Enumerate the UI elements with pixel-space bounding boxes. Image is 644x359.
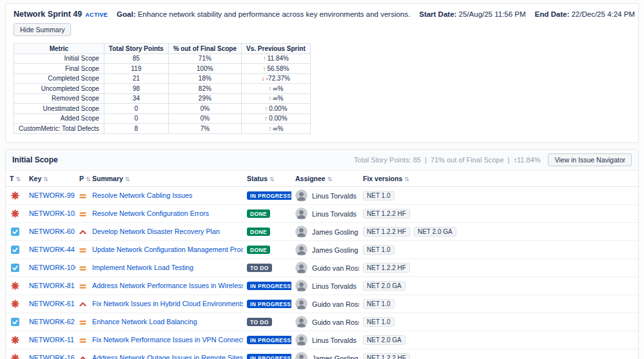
type-cell — [6, 204, 25, 222]
fix-version-tag: NET 1.0 — [363, 317, 395, 327]
status-badge: DONE — [247, 246, 270, 254]
issue-summary-link[interactable]: Enhance Network Load Balancing — [92, 318, 197, 325]
issue-row: NETWORK-61 Fix Network Issues in Hybrid … — [6, 295, 638, 313]
issue-key-link[interactable]: NETWORK-99 — [29, 191, 75, 199]
sort-icon: ⇅ — [125, 176, 130, 182]
issue-summary-link[interactable]: Address Network Performance Issues in Wi… — [92, 282, 243, 289]
goal-text: Enhance network stability and performanc… — [138, 10, 411, 18]
column-header[interactable]: T⇅ — [6, 171, 25, 187]
metric-row: Final Scope 119 100% ↑56.58% — [14, 64, 311, 74]
assignee-name: Linus Torvalds — [312, 191, 356, 199]
issue-row: NETWORK-81 Address Network Performance I… — [6, 277, 638, 295]
issue-summary-link[interactable]: Update Network Configuration Management … — [92, 246, 243, 253]
column-header[interactable]: Fix versions⇅ — [359, 171, 638, 187]
status-badge: TO DO — [247, 318, 272, 326]
key-cell: NETWORK-103 — [25, 204, 75, 222]
metric-name-cell: CustomMetric: Total Defects — [14, 124, 104, 134]
status-cell: IN PROGRESS — [243, 331, 291, 349]
summary-cell: Fix Network Issues in Hybrid Cloud Envir… — [88, 295, 243, 313]
metric-row: Completed Scope 21 18% ↓-72.37% — [14, 73, 311, 84]
assignee-name: James Gosling — [312, 354, 358, 359]
metric-points-cell: 34 — [104, 93, 168, 104]
assignee-avatar — [295, 189, 307, 202]
assignee-name: Guido van Rossum — [312, 264, 359, 271]
assignee-name: Linus Torvalds — [312, 282, 356, 289]
type-cell — [6, 240, 25, 258]
sort-icon: ⇅ — [15, 176, 21, 182]
fix-versions-cell: NET 1.0 — [359, 186, 638, 204]
status-badge: IN PROGRESS — [247, 336, 291, 344]
issue-summary-link[interactable]: Resolve Network Cabling Issues — [92, 191, 192, 199]
issue-key-link[interactable]: NETWORK-62 — [29, 318, 75, 325]
metric-name-cell: Completed Scope — [14, 73, 104, 84]
issue-table-header-row: T⇅Key⇅P⇅Summary⇅Status⇅Assignee⇅Fix vers… — [6, 171, 638, 187]
priority-cell — [75, 258, 88, 277]
sort-icon: ⇅ — [86, 176, 91, 182]
issue-summary-link[interactable]: Address Network Outage Issues in Remote … — [92, 354, 243, 359]
assignee-cell: Guido van Rossum — [291, 258, 359, 277]
assignee-name: Linus Torvalds — [312, 336, 356, 344]
column-header[interactable]: Key⇅ — [25, 171, 75, 187]
hide-summary-button[interactable]: Hide Summary — [14, 23, 71, 36]
column-header[interactable]: Summary⇅ — [88, 171, 243, 187]
metric-percent-cell: 0% — [168, 113, 241, 124]
summary-cell: Update Network Configuration Management … — [88, 240, 243, 258]
issue-key-link[interactable]: NETWORK-103 — [29, 209, 75, 217]
assignee-cell: Linus Torvalds — [291, 277, 359, 295]
issue-key-link[interactable]: NETWORK-11 — [29, 336, 74, 344]
issue-summary-link[interactable]: Fix Network Issues in Hybrid Cloud Envir… — [92, 300, 243, 307]
metric-percent-cell: 29% — [168, 93, 241, 104]
status-badge: IN PROGRESS — [247, 300, 291, 308]
summary-cell: Implement Network Load Testing — [88, 258, 243, 277]
status-badge: IN PROGRESS — [247, 282, 291, 290]
issue-row: NETWORK-16 Address Network Outage Issues… — [6, 349, 638, 359]
priority-icon — [79, 318, 86, 325]
priority-cell — [75, 313, 88, 331]
issue-summary-link[interactable]: Resolve Network Configuration Errors — [92, 209, 209, 217]
issue-key-link[interactable]: NETWORK-81 — [29, 282, 75, 289]
column-label: Fix versions — [363, 175, 402, 182]
status-badge: DONE — [247, 228, 270, 236]
fix-version-tag: NET 2.0 GA — [363, 281, 405, 291]
type-cell — [6, 277, 25, 295]
priority-cell — [75, 331, 88, 349]
metrics-column-header: Vs. Previous Sprint — [242, 44, 311, 54]
metrics-header-row: MetricTotal Story Points% out of Final S… — [14, 44, 311, 54]
issue-type-icon — [11, 209, 19, 217]
assignee-cell: Linus Torvalds — [291, 186, 359, 204]
view-in-issue-navigator-button[interactable]: View in Issue Navigator — [548, 153, 632, 166]
trend-value: ∞% — [273, 125, 283, 132]
issue-type-icon — [11, 227, 19, 235]
sort-icon: ⇅ — [327, 176, 333, 182]
assignee-cell: James Gosling — [291, 349, 359, 359]
column-header[interactable]: P⇅ — [75, 171, 88, 187]
issue-key-link[interactable]: NETWORK-100 — [29, 264, 75, 271]
metric-trend-cell: ↑∞% — [242, 84, 311, 94]
issue-summary-link[interactable]: Implement Network Load Testing — [92, 264, 193, 271]
issue-key-link[interactable]: NETWORK-16 — [29, 354, 75, 359]
status-cell: TO DO — [243, 313, 291, 331]
fix-version-tag: NET 1.0 — [363, 191, 395, 200]
metric-points-cell: 0 — [104, 104, 168, 114]
issue-key-link[interactable]: NETWORK-60 — [29, 228, 75, 235]
column-label: Assignee — [295, 175, 326, 182]
metric-name-cell: Final Scope — [14, 64, 104, 74]
assignee-avatar — [295, 334, 307, 346]
fix-versions-cell: NET 1.0 — [359, 240, 638, 258]
trend-arrow-icon: ↓ — [262, 75, 265, 82]
end-date-label: End Date: — [535, 10, 570, 18]
metric-trend-cell: ↑∞% — [242, 124, 311, 134]
column-header[interactable]: Assignee⇅ — [291, 171, 359, 187]
issue-key-link[interactable]: NETWORK-61 — [29, 300, 75, 307]
metric-row: Added Scope 0 0% ↑0.00% — [14, 113, 311, 124]
metric-points-cell: 0 — [104, 113, 168, 124]
stats-separator: | — [425, 156, 427, 164]
issue-key-link[interactable]: NETWORK-44 — [29, 246, 75, 253]
sprint-goal: Goal: Enhance network stability and perf… — [117, 10, 410, 18]
metric-name-cell: Removed Scope — [14, 93, 104, 104]
issue-summary-link[interactable]: Fix Network Performance Issues in VPN Co… — [92, 336, 243, 344]
initial-scope-table: T⇅Key⇅P⇅Summary⇅Status⇅Assignee⇅Fix vers… — [6, 171, 638, 359]
column-header[interactable]: Status⇅ — [243, 171, 291, 187]
issue-summary-link[interactable]: Develop Network Disaster Recovery Plan — [92, 228, 220, 235]
priority-cell — [75, 240, 88, 258]
